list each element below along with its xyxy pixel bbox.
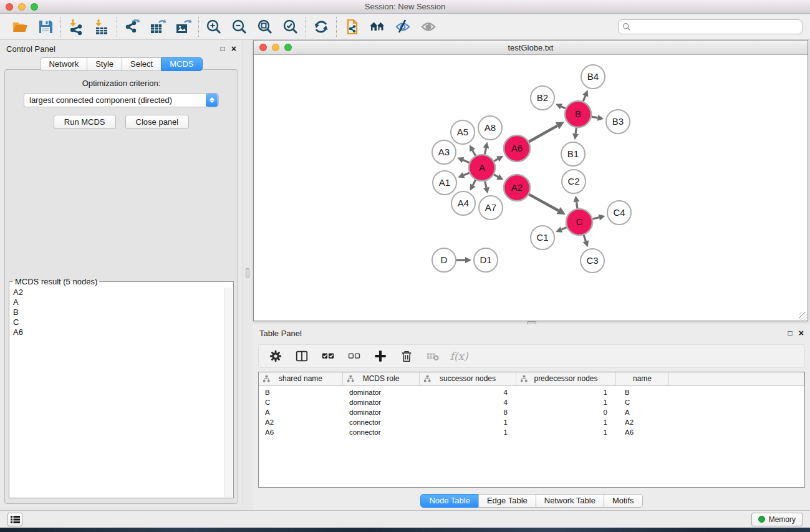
graph-edge-A-A8[interactable] (485, 148, 486, 154)
graph-edge-A-A6[interactable] (494, 159, 498, 161)
graph-edge-A-A3[interactable] (463, 160, 470, 163)
resize-grip-icon[interactable] (799, 312, 807, 320)
open-folder-icon[interactable] (10, 17, 30, 37)
graph-edge-B-B3[interactable] (592, 117, 598, 118)
graph-edge-C-C4[interactable] (592, 218, 599, 219)
tab-select[interactable]: Select (122, 57, 162, 71)
graph-node-label: D (441, 254, 448, 265)
import-network-icon[interactable] (66, 17, 86, 37)
graph-edge-A-A7[interactable] (485, 181, 486, 187)
export-image-icon[interactable] (173, 17, 193, 37)
zoom-fit-icon[interactable] (255, 17, 275, 37)
search-icon (622, 22, 631, 31)
graph-edge-B-B2[interactable] (561, 107, 566, 109)
criterion-dropdown[interactable]: largest connected component (directed) (24, 93, 219, 107)
search-field[interactable] (618, 19, 803, 34)
network-view-window: testGlobe.txt B4B2BB3A5A8A6A3AB1A1C2A2A4… (253, 40, 808, 321)
home-icon[interactable] (367, 17, 387, 37)
result-item[interactable]: C (13, 317, 224, 327)
close-panel-button[interactable]: Close panel (125, 115, 190, 129)
show-details-icon[interactable] (418, 17, 438, 37)
tab-style[interactable]: Style (87, 57, 122, 71)
graph-edge-A-A1[interactable] (464, 173, 470, 175)
table-float-icon[interactable]: □ (788, 329, 793, 337)
table-row[interactable]: Adominator80A (259, 407, 804, 417)
graph-edge-B-B1[interactable] (576, 128, 576, 133)
graph-edge-B-B4[interactable] (583, 96, 586, 102)
select-all-icon[interactable] (320, 348, 336, 364)
save-icon[interactable] (36, 17, 55, 37)
result-item[interactable]: A6 (13, 327, 224, 337)
graph-edge-C-C1[interactable] (561, 228, 566, 230)
close-panel-icon[interactable]: × (231, 44, 236, 53)
vertical-splitter-grip[interactable] (246, 268, 249, 278)
refresh-icon[interactable] (311, 17, 331, 37)
tab-motifs[interactable]: Motifs (604, 494, 643, 508)
result-item[interactable]: A (13, 297, 224, 307)
graph-edge-A2-C[interactable] (529, 195, 558, 211)
zoom-selected-icon[interactable] (281, 17, 301, 37)
column-header-mcds-role[interactable]: MCDS role (343, 372, 420, 385)
network-canvas[interactable]: B4B2BB3A5A8A6A3AB1A1C2A2A4A7C4CC1C3DD1 (254, 55, 808, 321)
tab-network[interactable]: Network (40, 57, 87, 71)
criterion-dropdown-value: largest connected component (directed) (24, 95, 206, 105)
add-column-icon[interactable] (372, 348, 388, 364)
run-mcds-button[interactable]: Run MCDS (54, 115, 116, 129)
search-input[interactable] (634, 22, 798, 31)
mcds-result-list: A2ABCA6 (10, 288, 224, 497)
graph-edge-A-A2[interactable] (494, 175, 498, 177)
graph-edge-C-C2[interactable] (577, 202, 577, 209)
task-history-button[interactable] (7, 513, 22, 526)
function-builder-button[interactable]: f(x) (451, 348, 467, 364)
table-row[interactable]: A6connector11A6 (259, 427, 804, 437)
tab-mcds[interactable]: MCDS (161, 57, 202, 71)
table-close-icon[interactable]: × (799, 329, 804, 337)
fx-label: f(x) (450, 350, 468, 362)
graph-edge-A-A4[interactable] (473, 180, 475, 185)
delete-table-icon[interactable] (425, 348, 441, 364)
table-row[interactable]: Cdominator41C (259, 397, 804, 407)
result-item[interactable]: A2 (13, 288, 224, 297)
export-network-icon[interactable] (122, 17, 142, 37)
new-network-from-selection-icon[interactable] (342, 17, 362, 37)
tab-node-table[interactable]: Node Table (420, 494, 479, 508)
column-header-predecessor-nodes[interactable]: predecessor nodes (516, 372, 616, 385)
table-row[interactable]: A2connector11A2 (259, 417, 804, 427)
graph-node-label: A3 (438, 147, 450, 157)
graph-node-label: B4 (587, 71, 599, 82)
result-item[interactable]: B (13, 307, 224, 317)
network-graph[interactable]: B4B2BB3A5A8A6A3AB1A1C2A2A4A7C4CC1C3DD1 (254, 55, 808, 321)
dropdown-stepper-icon (206, 94, 218, 107)
delete-column-trash-icon[interactable] (398, 348, 415, 364)
graph-edge-C-C3[interactable] (584, 235, 586, 241)
result-scrollbar[interactable] (224, 288, 233, 497)
column-header-name[interactable]: name (616, 372, 669, 385)
deselect-all-icon[interactable] (346, 348, 362, 364)
export-table-icon[interactable] (148, 17, 168, 37)
graph-edge-A6-B[interactable] (529, 126, 557, 142)
graph-node-label: B3 (612, 116, 624, 127)
graph-node-label: C2 (567, 176, 579, 186)
column-header-successor-nodes[interactable]: successor nodes (420, 372, 516, 385)
show-column-icon[interactable] (294, 348, 310, 364)
graph-node-label: C1 (536, 232, 548, 243)
import-table-icon[interactable] (92, 17, 112, 37)
memory-status-icon (758, 516, 765, 523)
memory-button[interactable]: Memory (751, 513, 803, 526)
graph-node-label: C4 (613, 207, 625, 218)
zoom-in-icon[interactable] (204, 17, 224, 37)
memory-label: Memory (769, 515, 796, 524)
float-panel-icon[interactable]: □ (221, 45, 225, 52)
graph-edge-A-A5[interactable] (473, 150, 476, 156)
graph-node-label: A5 (457, 127, 468, 137)
table-row[interactable]: Bdominator41B (259, 387, 804, 397)
column-type-icon (521, 375, 528, 382)
column-header-shared-name[interactable]: shared name (259, 372, 343, 385)
hide-details-icon[interactable] (393, 17, 413, 37)
tab-edge-table[interactable]: Edge Table (478, 494, 536, 508)
application-window: Session: New Session (0, 0, 810, 532)
graph-node-label: D1 (480, 254, 491, 265)
zoom-out-icon[interactable] (229, 17, 249, 37)
table-settings-gear-icon[interactable] (268, 348, 284, 364)
tab-network-table[interactable]: Network Table (536, 494, 604, 508)
